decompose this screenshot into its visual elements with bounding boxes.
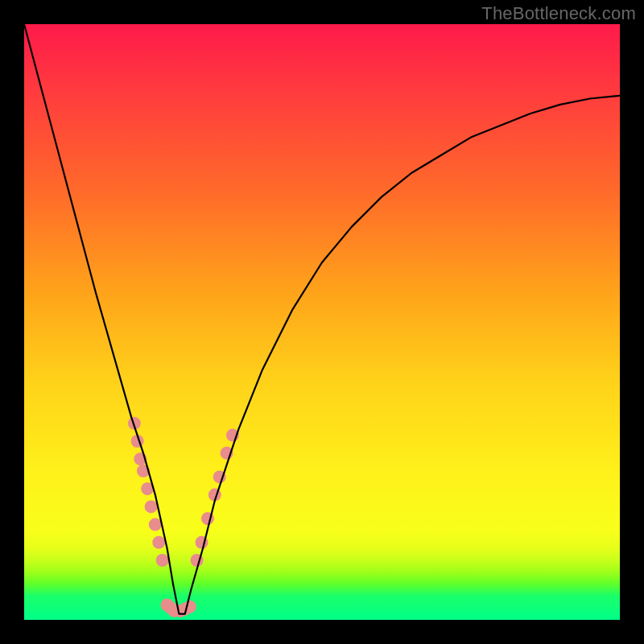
highlight-dot: [152, 536, 165, 549]
bottleneck-curve: [24, 24, 620, 614]
highlight-dot: [156, 554, 169, 567]
watermark-text: TheBottleneck.com: [481, 3, 636, 24]
highlight-dots: [128, 417, 239, 617]
plot-area: [24, 24, 620, 620]
highlight-dot: [145, 500, 158, 513]
chart-svg: [24, 24, 620, 620]
chart-frame: TheBottleneck.com: [0, 0, 644, 644]
highlight-dot: [149, 518, 162, 531]
